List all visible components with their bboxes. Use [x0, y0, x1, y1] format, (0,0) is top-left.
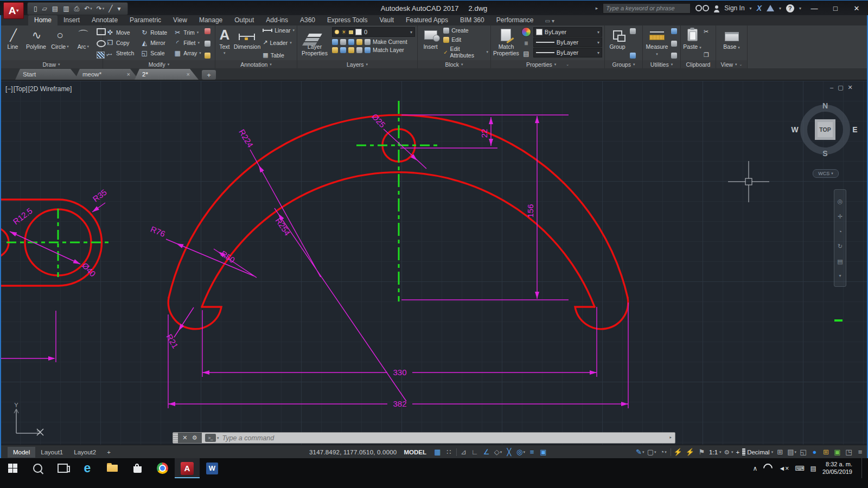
qat-menu-icon[interactable]: ▾ [116, 5, 123, 12]
match-layer-icon[interactable] [365, 47, 371, 53]
object-snap-tracking-icon[interactable]: ╳ [505, 448, 514, 456]
ribbon-tab[interactable]: Performance [490, 15, 540, 25]
match-properties-button[interactable]: Match Properties [493, 27, 519, 56]
layout-tab[interactable]: Model [8, 447, 35, 458]
cut-icon[interactable]: ✂ [704, 28, 709, 35]
viewport-style-control[interactable]: [2D Wireframe] [28, 85, 72, 93]
copy-tool[interactable]: ❐ Copy [105, 37, 137, 48]
lineweight-list-icon[interactable]: ≡ [524, 40, 528, 47]
a360-icon[interactable] [767, 5, 774, 11]
ribbon-tab[interactable]: View [167, 15, 193, 25]
group-edit-icon[interactable] [630, 53, 636, 59]
annotation-scale-control[interactable]: 1:1▾ [709, 449, 722, 455]
move-tool[interactable]: ✜ Move [105, 27, 137, 37]
lineweight-combo[interactable]: ByLayer ▾ [533, 37, 602, 47]
ribbon-tab[interactable]: Annotate [86, 15, 124, 25]
application-menu-button[interactable]: A▾ [3, 2, 24, 19]
command-input[interactable] [221, 432, 667, 444]
dimension-tool-button[interactable]: Dimension [234, 27, 261, 50]
file-tab[interactable]: Start [15, 69, 79, 80]
layout-tab[interactable]: + [101, 447, 116, 458]
showmotion-icon[interactable]: ▤ [837, 258, 843, 265]
annotation-autoscale-icon[interactable]: ▢▾ [647, 448, 656, 456]
show-desktop-button[interactable] [861, 458, 865, 478]
drawing-restore-icon[interactable]: ▢ [838, 84, 843, 91]
dim-text-r76[interactable]: R76 [149, 224, 167, 239]
command-recent-caret-icon[interactable]: ▾ [217, 436, 219, 440]
selection-cycling-icon[interactable]: ▣ [539, 448, 548, 456]
view-cube[interactable]: N W E S TOP [800, 105, 850, 155]
ribbon-tab[interactable]: BIM 360 [454, 15, 490, 25]
command-bar-grip[interactable] [173, 433, 178, 443]
dim-text-dia25[interactable]: Ø25 [370, 112, 387, 129]
command-customize-icon[interactable]: ⚙ [192, 434, 197, 441]
id-point-icon[interactable] [671, 41, 677, 47]
workspace-icon[interactable]: ╱ [107, 5, 114, 12]
lock-ui-icon[interactable]: ⊞ [822, 448, 831, 456]
quick-select-icon[interactable] [671, 28, 677, 34]
layers-panel-label[interactable]: Layers▾ [297, 60, 417, 68]
draw-panel-label[interactable]: Draw▾ [0, 60, 103, 68]
linetype-combo[interactable]: ByLayer ▾ [533, 48, 602, 57]
panel-expander-icon[interactable]: ⌄ [566, 62, 569, 67]
graphics-status-icon[interactable]: ▣ [833, 448, 842, 456]
annotation-monitor-icon[interactable]: ⚑ [698, 448, 706, 456]
dim-text-22[interactable]: 22 [480, 129, 489, 138]
mirror-tool[interactable]: ◭ Mirror [139, 37, 170, 48]
customize-plus-button[interactable]: + [736, 449, 739, 455]
close-tab-icon[interactable]: × [187, 71, 190, 78]
table-button[interactable]: ▦Table [263, 52, 295, 59]
offset-tool-icon[interactable] [205, 53, 210, 59]
layer-off-icon[interactable] [332, 39, 338, 45]
insert-block-button[interactable]: Insert [420, 27, 441, 50]
quick-calc-icon[interactable] [671, 53, 677, 59]
annotation-scale-view-icon[interactable]: ◔▾ [659, 448, 668, 456]
drawing-close-icon[interactable]: ✕ [848, 84, 853, 91]
zoom-extents-icon[interactable]: ◔ [838, 228, 842, 235]
properties-panel-label[interactable]: Properties▾⌄ [491, 60, 604, 68]
leader-button[interactable]: ↗Leader▾ [263, 39, 295, 46]
erase-tool-icon[interactable] [205, 28, 210, 34]
dim-text-156[interactable]: 156 [526, 204, 535, 217]
performance-analyser-icon[interactable]: ⚡ [686, 448, 695, 456]
bridge-right-hook[interactable] [575, 298, 628, 329]
close-tab-icon[interactable]: × [127, 71, 130, 78]
polyline-tool[interactable]: ∿ Polyline [25, 27, 48, 59]
layout-tab[interactable]: Layout1 [35, 447, 68, 458]
keyboard-icon[interactable]: ⌨ [795, 465, 804, 472]
volume-muted-icon[interactable]: ◄× [778, 465, 789, 472]
task-view-button[interactable] [50, 458, 75, 478]
utilities-panel-label[interactable]: Utilities▾ [643, 60, 680, 68]
trim-tool[interactable]: ✂ Trim ▾ [173, 27, 202, 37]
compass-east[interactable]: E [852, 125, 857, 134]
exchange-apps-icon[interactable]: X [757, 4, 762, 12]
display-monitor-icon[interactable]: ▤▾ [787, 448, 796, 456]
layer-freeze-icon[interactable] [348, 39, 354, 45]
block-panel-label[interactable]: Block▾ [418, 60, 490, 68]
clean-screen-icon[interactable]: ◳ [845, 448, 853, 456]
store-button[interactable] [125, 458, 150, 478]
command-prompt-icon[interactable]: >_ [205, 434, 216, 442]
ribbon-minimize-control[interactable]: ▭▾ [545, 18, 554, 25]
edit-block-button[interactable]: Edit [443, 36, 488, 43]
match-layer-button[interactable]: Match Layer [373, 47, 404, 53]
ribbon-tab[interactable]: A360 [294, 15, 321, 25]
modify-panel-label[interactable]: Modify▾ [103, 60, 215, 68]
minimize-button[interactable]: — [806, 2, 822, 14]
infer-constraints-icon[interactable]: ⊿ [459, 448, 468, 456]
ribbon-tab[interactable]: Vault [374, 15, 400, 25]
ribbon-tab[interactable]: Parametric [124, 15, 167, 25]
lineweight-icon[interactable]: ≡ [528, 448, 537, 456]
layer-lock-icon[interactable] [356, 39, 362, 45]
compass-north[interactable]: N [822, 101, 828, 110]
model-space-toggle[interactable]: MODEL [399, 449, 431, 455]
layer-match-icon[interactable] [340, 47, 346, 53]
a360-caret-icon[interactable]: ▾ [779, 6, 781, 11]
dim-text-382[interactable]: 382 [393, 399, 406, 408]
line-tool[interactable]: ╱ Line [2, 27, 24, 59]
taskbar-search-button[interactable] [25, 458, 50, 478]
dim-text-330[interactable]: 330 [393, 368, 406, 377]
ribbon-tab[interactable]: Add-ins [260, 15, 294, 25]
customization-menu-icon[interactable]: ≡ [856, 448, 865, 456]
file-tab[interactable]: 2*× [135, 69, 199, 80]
